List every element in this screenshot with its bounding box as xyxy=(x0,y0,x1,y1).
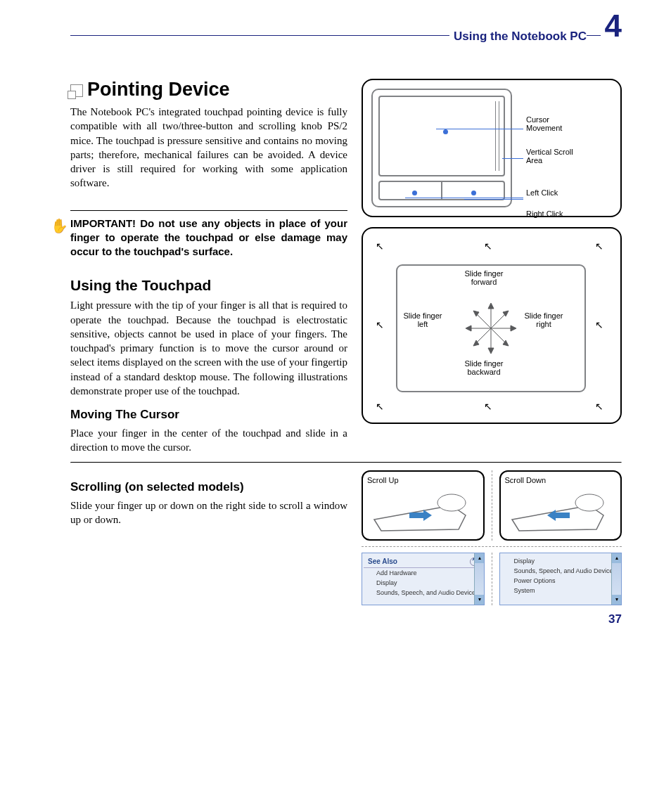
moving-cursor-heading: Moving The Cursor xyxy=(70,408,347,422)
svg-text:↖: ↖ xyxy=(484,401,492,412)
scroll-up-diagram: Scroll Up xyxy=(362,470,485,541)
slide-backward-label: Slide finger backward xyxy=(456,359,512,376)
svg-line-21 xyxy=(475,328,491,344)
cursor-paragraph: Place your finger in the center of the t… xyxy=(70,426,347,455)
important-callout: ✋ IMPORTANT! Do not use any objects in p… xyxy=(70,210,347,265)
svg-marker-10 xyxy=(488,303,494,309)
scrolling-paragraph: Slide your finger up or down on the righ… xyxy=(70,498,347,527)
left-click-label: Left Click xyxy=(526,188,558,197)
scrolling-heading: Scrolling (on selected models) xyxy=(70,480,347,494)
right-click-label: Right Click xyxy=(526,210,563,218)
svg-marker-14 xyxy=(466,326,471,331)
svg-line-19 xyxy=(491,313,506,328)
scroll-down-diagram: Scroll Down xyxy=(499,470,622,541)
svg-text:↖: ↖ xyxy=(376,401,384,412)
cursor-movement-label: Cursor Movement xyxy=(526,115,568,132)
svg-text:↖: ↖ xyxy=(376,319,384,330)
hand-icon: ✋ xyxy=(51,217,68,236)
touchpad-anatomy-diagram: Cursor Movement Vertical Scroll Area Lef… xyxy=(362,79,622,217)
page-number: 37 xyxy=(70,612,622,626)
svg-marker-16 xyxy=(511,326,516,331)
vertical-scroll-label: Vertical Scroll Area xyxy=(526,148,575,165)
intro-paragraph: The Notebook PC's integrated touchpad po… xyxy=(70,105,347,191)
slide-direction-diagram: ↖↖↖ ↖↖ ↖↖↖ xyxy=(362,227,622,424)
header-section: Using the Notebook PC xyxy=(449,30,587,44)
svg-point-30 xyxy=(575,494,603,511)
svg-text:↖: ↖ xyxy=(595,240,603,252)
page-title: Pointing Device xyxy=(70,79,347,101)
svg-point-27 xyxy=(437,494,466,511)
using-touchpad-heading: Using the Touchpad xyxy=(70,277,347,294)
slide-forward-label: Slide finger forward xyxy=(456,269,512,286)
svg-text:↖: ↖ xyxy=(595,319,603,330)
scroll-down-screenshot: Display Sounds, Speech, and Audio Device… xyxy=(499,553,622,605)
svg-text:↖: ↖ xyxy=(595,401,603,412)
slide-right-label: Slide finger right xyxy=(519,311,568,328)
svg-text:↖: ↖ xyxy=(484,240,492,252)
touchpad-paragraph: Light pressure with the tip of your fing… xyxy=(70,298,347,398)
svg-marker-12 xyxy=(488,348,494,354)
svg-line-17 xyxy=(475,313,491,328)
chapter-number: 4 xyxy=(601,8,622,44)
scroll-up-screenshot: See Also˄ Add Hardware Display Sounds, S… xyxy=(362,553,485,605)
svg-line-23 xyxy=(491,328,506,344)
svg-text:↖: ↖ xyxy=(376,240,384,252)
section-icon xyxy=(70,84,83,97)
slide-left-label: Slide finger left xyxy=(398,311,447,328)
